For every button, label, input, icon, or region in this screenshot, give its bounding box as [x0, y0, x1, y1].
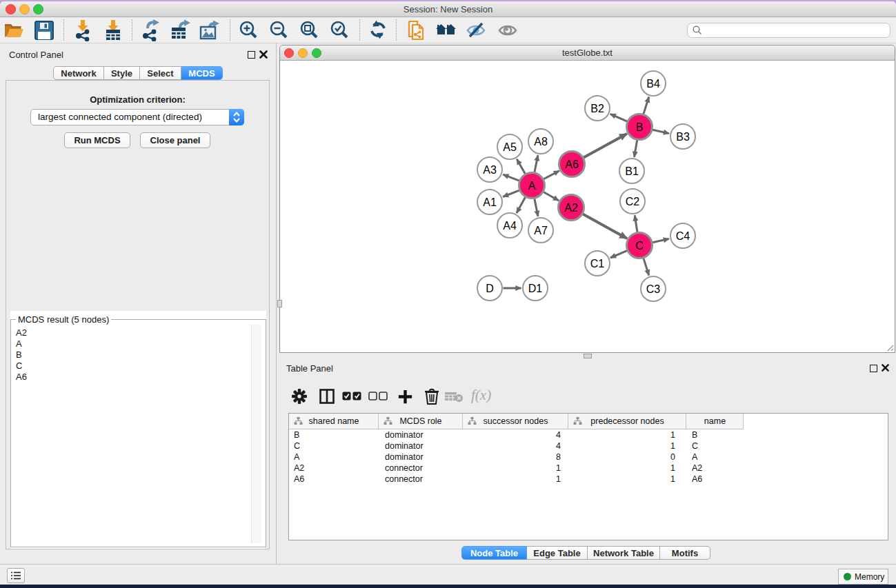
svg-text:A7: A7	[534, 225, 548, 236]
svg-text:B3: B3	[676, 131, 690, 143]
svg-text:B4: B4	[646, 78, 660, 90]
svg-text:A1: A1	[483, 196, 497, 208]
svg-text:A2: A2	[564, 202, 578, 214]
svg-text:D1: D1	[528, 283, 543, 294]
svg-text:A5: A5	[503, 141, 517, 153]
svg-text:A: A	[528, 180, 536, 192]
svg-text:C4: C4	[676, 230, 690, 242]
svg-text:C2: C2	[626, 196, 640, 207]
svg-text:A4: A4	[503, 220, 517, 232]
svg-text:B: B	[636, 121, 644, 133]
svg-text:A6: A6	[565, 159, 579, 170]
svg-text:C1: C1	[590, 258, 605, 270]
svg-text:C3: C3	[646, 283, 661, 295]
svg-text:A3: A3	[483, 164, 497, 176]
svg-text:A8: A8	[534, 136, 548, 148]
svg-text:D: D	[486, 283, 494, 294]
svg-text:B1: B1	[625, 165, 639, 177]
svg-text:C: C	[635, 240, 644, 252]
svg-text:B2: B2	[590, 103, 604, 114]
